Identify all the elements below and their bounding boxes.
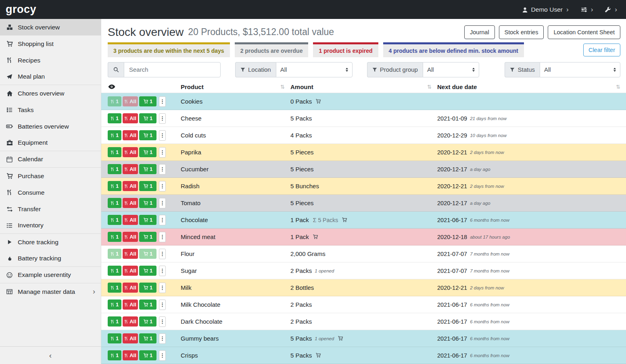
stock-entries-button[interactable]: Stock entries (499, 25, 544, 39)
sidebar-item-manage-master-data[interactable]: Manage master data› (0, 283, 101, 300)
table-row[interactable]: 1 All 1 ⋮ Chocolate 1 PackΣ 5 Packs 2021… (101, 212, 626, 229)
sidebar-collapse-button[interactable]: ‹ (0, 346, 101, 364)
column-header-amount[interactable]: Amount⇅ (290, 83, 437, 90)
add-to-shopping-list-button[interactable]: 1 (139, 113, 156, 123)
location-content-sheet-button[interactable]: Location Content Sheet (548, 25, 620, 39)
consume-one-button[interactable]: 1 (108, 316, 121, 327)
consume-all-button[interactable]: All (123, 316, 138, 327)
add-to-shopping-list-button[interactable]: 1 (139, 232, 156, 242)
sidebar-item-chore-tracking[interactable]: Chore tracking (0, 234, 101, 250)
sort-icon[interactable]: ⇅ (427, 84, 432, 90)
add-to-shopping-list-button[interactable]: 1 (139, 316, 156, 327)
row-menu-button[interactable]: ⋮ (159, 181, 166, 191)
row-menu-button[interactable]: ⋮ (159, 113, 166, 124)
row-menu-button[interactable]: ⋮ (159, 147, 166, 158)
consume-one-button[interactable]: 1 (108, 232, 121, 242)
add-to-shopping-list-button[interactable]: 1 (139, 198, 156, 208)
consume-one-button[interactable]: 1 (108, 181, 121, 191)
column-header-product[interactable]: Product⇅ (181, 83, 290, 90)
status-select[interactable]: All (540, 62, 620, 77)
settings-menu[interactable]: › (581, 6, 593, 13)
row-menu-button[interactable]: ⋮ (159, 198, 166, 208)
table-row[interactable]: 1 All 1 ⋮ Radish 5 Bunches 2020-12-212 d… (101, 178, 626, 195)
add-to-shopping-list-button[interactable]: 1 (139, 147, 156, 157)
consume-all-button[interactable]: All (123, 300, 138, 310)
sidebar-item-stock-overview[interactable]: Stock overview (0, 19, 101, 35)
sidebar-item-inventory[interactable]: Inventory (0, 217, 101, 234)
add-to-shopping-list-button[interactable]: 1 (139, 283, 156, 293)
consume-all-button[interactable]: All (123, 113, 138, 123)
sidebar-item-calendar[interactable]: Calendar (0, 151, 101, 168)
sidebar-item-purchase[interactable]: Purchase (0, 168, 101, 184)
app-logo[interactable]: grocy (6, 3, 36, 16)
consume-all-button[interactable]: All (123, 215, 138, 225)
consume-all-button[interactable]: All (123, 96, 138, 106)
toggle-visibility-eye-icon[interactable] (101, 84, 181, 89)
row-menu-button[interactable]: ⋮ (159, 130, 166, 141)
banner-expired[interactable]: 1 product is expired (313, 42, 378, 57)
row-menu-button[interactable]: ⋮ (159, 249, 166, 259)
consume-all-button[interactable]: All (123, 350, 138, 360)
table-row[interactable]: 1 All 1 ⋮ Cold cuts 4 Packs 2020-12-2910… (101, 127, 626, 144)
consume-one-button[interactable]: 1 (108, 198, 121, 208)
user-menu[interactable]: Demo User › (522, 6, 569, 13)
column-header-next-due-date[interactable]: Next due date⇅ (437, 83, 626, 90)
consume-one-button[interactable]: 1 (108, 266, 121, 276)
sidebar-item-recipes[interactable]: Recipes (0, 52, 101, 69)
sidebar-item-example-userentity[interactable]: Example userentity (0, 267, 101, 283)
add-to-shopping-list-button[interactable]: 1 (139, 215, 156, 225)
row-menu-button[interactable]: ⋮ (159, 300, 166, 310)
row-menu-button[interactable]: ⋮ (159, 316, 166, 327)
add-to-shopping-list-button[interactable]: 1 (139, 96, 156, 106)
search-input[interactable] (124, 62, 221, 77)
product-group-select[interactable]: All (423, 62, 479, 77)
table-row[interactable]: 1 All 1 ⋮ Cheese 5 Packs 2021-01-0921 da… (101, 110, 626, 127)
add-to-shopping-list-button[interactable]: 1 (139, 300, 156, 310)
row-menu-button[interactable]: ⋮ (159, 232, 166, 242)
add-to-shopping-list-button[interactable]: 1 (139, 164, 156, 174)
table-row[interactable]: 1 All 1 ⋮ Paprika 5 Pieces 2020-12-212 d… (101, 144, 626, 161)
consume-all-button[interactable]: All (123, 130, 138, 140)
table-row[interactable]: 1 All 1 ⋮ Sugar 2 Packs1 opened 2021-07-… (101, 262, 626, 279)
table-row[interactable]: 1 All 1 ⋮ Dark Chocolate 2 Packs 2021-06… (101, 313, 626, 330)
consume-one-button[interactable]: 1 (108, 249, 121, 259)
table-row[interactable]: 1 All 1 ⋮ Flour 2,000 Grams 2021-07-077 … (101, 245, 626, 262)
consume-one-button[interactable]: 1 (108, 164, 121, 174)
add-to-shopping-list-button[interactable]: 1 (139, 130, 156, 140)
sidebar-item-battery-tracking[interactable]: Battery tracking (0, 250, 101, 267)
table-row[interactable]: 1 All 1 ⋮ Tomato 5 Pieces 2020-12-17a da… (101, 195, 626, 212)
row-menu-button[interactable]: ⋮ (159, 266, 166, 276)
consume-one-button[interactable]: 1 (108, 350, 121, 360)
sidebar-item-chores-overview[interactable]: Chores overview (0, 85, 101, 102)
row-menu-button[interactable]: ⋮ (159, 350, 166, 361)
consume-all-button[interactable]: All (123, 333, 138, 343)
sidebar-item-shopping-list[interactable]: Shopping list (0, 35, 101, 52)
sidebar-item-meal-plan[interactable]: Meal plan (0, 69, 101, 85)
consume-one-button[interactable]: 1 (108, 130, 121, 140)
consume-one-button[interactable]: 1 (108, 333, 121, 343)
consume-all-button[interactable]: All (123, 283, 138, 293)
sidebar-item-consume[interactable]: Consume (0, 184, 101, 201)
sidebar-item-tasks[interactable]: Tasks (0, 102, 101, 118)
consume-all-button[interactable]: All (123, 181, 138, 191)
add-to-shopping-list-button[interactable]: 1 (139, 350, 156, 360)
consume-all-button[interactable]: All (123, 198, 138, 208)
consume-one-button[interactable]: 1 (108, 300, 121, 310)
table-row[interactable]: 1 All 1 ⋮ Minced meat 1 Pack 2020-12-18a… (101, 229, 626, 245)
journal-button[interactable]: Journal (464, 25, 495, 39)
row-menu-button[interactable]: ⋮ (159, 215, 166, 225)
table-row[interactable]: 1 All 1 ⋮ Cucumber 5 Pieces 2020-12-17a … (101, 161, 626, 178)
consume-one-button[interactable]: 1 (108, 283, 121, 293)
add-to-shopping-list-button[interactable]: 1 (139, 266, 156, 276)
sidebar-item-batteries-overview[interactable]: Batteries overview (0, 118, 101, 135)
table-row[interactable]: 1 All 1 ⋮ Milk Chocolate 2 Packs 2021-06… (101, 296, 626, 313)
table-row[interactable]: 1 All 1 ⋮ Gummy bears 5 Packs1 opened 20… (101, 330, 626, 347)
consume-one-button[interactable]: 1 (108, 113, 121, 123)
sidebar-item-transfer[interactable]: Transfer (0, 201, 101, 217)
sort-icon[interactable]: ⇅ (280, 84, 285, 90)
table-row[interactable]: 1 All 1 ⋮ Milk 2 Bottles 2020-12-212 day… (101, 279, 626, 296)
sort-icon[interactable]: ⇅ (616, 84, 620, 90)
consume-all-button[interactable]: All (123, 147, 138, 157)
table-row[interactable]: 1 All 1 ⋮ Cookies 0 Packs (101, 93, 626, 110)
consume-one-button[interactable]: 1 (108, 147, 121, 157)
